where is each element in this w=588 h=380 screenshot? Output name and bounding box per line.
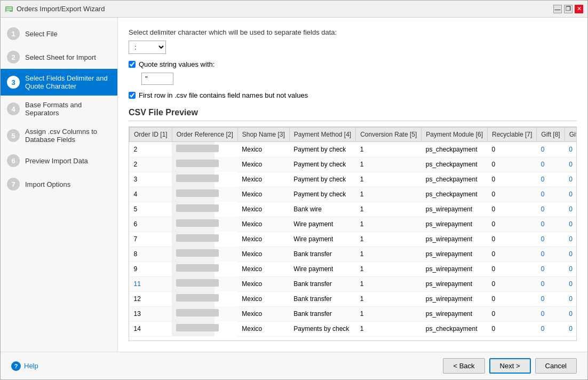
col-header-payment-module: Payment Module [6] [422, 128, 488, 142]
delimiter-select[interactable]: : , ; | Tab [129, 41, 166, 54]
table-cell: Mexico [237, 157, 289, 172]
help-link[interactable]: ? Help [11, 361, 38, 371]
table-cell: Payment by check [289, 142, 355, 157]
table-cell: 1 [356, 202, 422, 217]
order-ref-blurred [176, 189, 219, 197]
sidebar-item-assign-columns[interactable]: 5 Assign .csv Columns to Database Fields [1, 122, 117, 149]
order-ref-blurred [176, 309, 219, 316]
svg-rect-1 [6, 7, 12, 9]
step-num-4: 4 [7, 102, 20, 115]
table-cell: 2 [130, 142, 172, 157]
next-button[interactable]: Next > [489, 358, 531, 374]
sidebar-label-6: Preview Import Data [25, 157, 88, 165]
table-cell [172, 306, 214, 321]
col-header-gift-message: Gift Message [9] [565, 128, 577, 142]
sidebar: 1 Select File 2 Select Sheet for Import … [1, 18, 118, 352]
step-num-2: 2 [7, 51, 20, 64]
table-cell: 1 [356, 172, 422, 187]
table-cell: 0 [565, 262, 577, 276]
table-cell: 0 [487, 306, 536, 321]
svg-rect-2 [6, 9, 12, 10]
quote-input[interactable] [141, 73, 173, 85]
table-cell: 0 [487, 217, 536, 232]
table-cell: 5 [130, 202, 172, 217]
table-cell: 0 [565, 232, 577, 247]
sidebar-item-select-sheet[interactable]: 2 Select Sheet for Import [1, 45, 117, 69]
table-cell: Payment by check [289, 172, 355, 187]
help-icon: ? [11, 361, 21, 371]
table-cell: ps_wirepayment [422, 306, 488, 321]
table-cell: ps_wirepayment [422, 247, 488, 262]
csv-preview-table-wrapper: Order ID [1] Order Reference [2] Shop Na… [129, 126, 577, 341]
close-button[interactable]: ✕ [575, 5, 583, 13]
table-cell: 1 [356, 321, 422, 336]
table-cell: 0 [487, 157, 536, 172]
table-cell: 1 [356, 217, 422, 232]
table-cell [172, 232, 214, 247]
table-cell [172, 321, 214, 336]
table-cell: Mexico [237, 217, 289, 232]
table-cell: 0 [565, 187, 577, 202]
table-cell: 0 [487, 262, 536, 276]
table-cell: 0 [537, 217, 565, 232]
table-cell: 12 [130, 291, 172, 306]
cancel-button[interactable]: Cancel [535, 358, 577, 374]
table-cell: 1 [356, 306, 422, 321]
order-ref-blurred [176, 234, 219, 242]
table-cell: 0 [537, 202, 565, 217]
table-cell: 1 [356, 247, 422, 262]
table-cell: 9 [130, 262, 172, 276]
table-cell: ps_wirepayment [422, 276, 488, 291]
table-row: 12MexicoBank transfer1ps_wirepayment000 [130, 291, 577, 306]
table-cell [172, 202, 214, 217]
table-cell [172, 291, 214, 306]
table-row: 8MexicoBank transfer1ps_wirepayment000 [130, 247, 577, 262]
table-cell [172, 172, 214, 187]
main-content: 1 Select File 2 Select Sheet for Import … [1, 18, 587, 352]
table-cell: ps_wirepayment [422, 202, 488, 217]
table-cell: 1 [356, 187, 422, 202]
table-cell: Mexico [237, 232, 289, 247]
col-header-gift: Gift [8] [537, 128, 565, 142]
table-cell: 0 [565, 276, 577, 291]
col-header-recyclable: Recyclable [7] [487, 128, 536, 142]
table-row: 3MexicoPayment by check1ps_checkpayment0… [130, 172, 577, 187]
order-ref-blurred [176, 249, 219, 257]
table-cell: Wire payment [289, 232, 355, 247]
table-cell: Mexico [237, 276, 289, 291]
table-cell [172, 187, 214, 202]
table-cell: 0 [487, 321, 536, 336]
table-cell: 0 [537, 157, 565, 172]
footer: ? Help < Back Next > Cancel [1, 352, 587, 379]
sidebar-item-select-file[interactable]: 1 Select File [1, 22, 117, 45]
sidebar-item-base-formats[interactable]: 4 Base Formats and Separators [1, 96, 117, 122]
firstrow-checkbox[interactable] [129, 92, 136, 99]
table-row: 2MexicoPayment by check1ps_checkpayment0… [130, 157, 577, 172]
order-ref-blurred [176, 279, 219, 287]
app-icon [5, 5, 13, 13]
table-cell: 0 [537, 321, 565, 336]
restore-button[interactable]: ❐ [564, 5, 573, 13]
table-header-row: Order ID [1] Order Reference [2] Shop Na… [130, 128, 577, 142]
sidebar-item-import-options[interactable]: 7 Import Options [1, 172, 117, 196]
minimize-button[interactable]: — [553, 5, 562, 13]
table-cell: Mexico [237, 247, 289, 262]
sidebar-item-delimiter[interactable]: 3 Select Fields Delimiter and Quote Char… [1, 69, 117, 96]
window-title: Orders Import/Export Wizard [17, 5, 105, 13]
table-cell: Mexico [237, 291, 289, 306]
back-button[interactable]: < Back [443, 358, 484, 374]
table-cell: 0 [487, 142, 536, 157]
table-cell: 7 [130, 232, 172, 247]
table-cell: 2 [130, 157, 172, 172]
table-cell: 0 [565, 306, 577, 321]
table-cell: ps_checkpayment [422, 321, 488, 336]
table-cell: Bank transfer [289, 247, 355, 262]
quote-checkbox[interactable] [129, 61, 136, 68]
table-cell: 0 [487, 247, 536, 262]
table-cell: 1 [356, 291, 422, 306]
sidebar-item-preview[interactable]: 6 Preview Import Data [1, 149, 117, 172]
table-cell: 0 [565, 321, 577, 336]
table-cell: Mexico [237, 172, 289, 187]
table-row: 9MexicoWire payment1ps_wirepayment000 [130, 262, 577, 276]
sidebar-label-7: Import Options [25, 180, 70, 188]
